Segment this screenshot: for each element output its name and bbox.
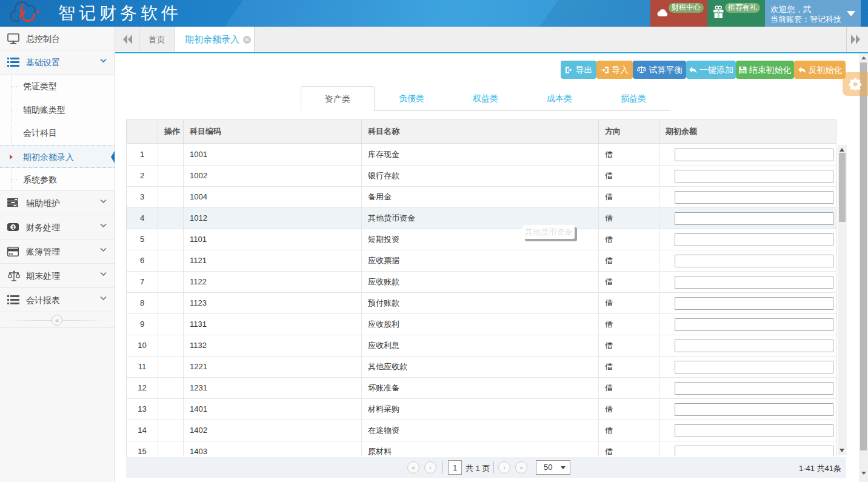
- svg-text:1: 1: [12, 224, 15, 230]
